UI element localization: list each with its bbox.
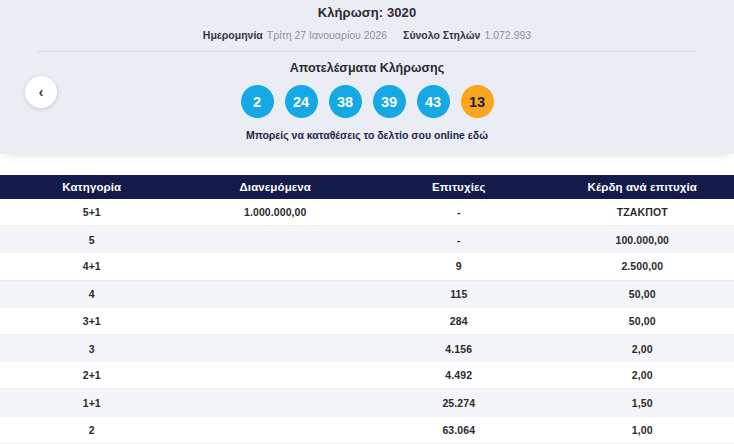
column-header: Επιτυχίες (367, 181, 551, 193)
draw-date-label: Ημερομηνία (203, 29, 263, 41)
table-cell: 9 (367, 260, 551, 272)
table-cell: 100.000,00 (551, 234, 734, 246)
previous-draw-button[interactable]: ‹ (25, 76, 57, 108)
table-cell: 2,00 (551, 369, 734, 381)
table-row: 411550,00 (0, 281, 734, 308)
table-cell: 4 (0, 288, 184, 300)
table-cell: 2 (0, 424, 184, 436)
winning-number-ball: 2 (241, 85, 274, 118)
draw-meta: Ημερομηνία Τρίτη 27 Ιανουαρίου 2026 Σύνο… (0, 29, 734, 41)
table-cell: 4+1 (0, 260, 184, 272)
table-cell: 5 (0, 234, 184, 246)
table-row: 2+14.4922,00 (0, 362, 734, 389)
total-columns: Σύνολο Στηλών 1.072.993 (403, 29, 531, 41)
table-cell: 1.000.000,00 (184, 206, 368, 218)
table-cell: 1,50 (551, 397, 734, 409)
table-cell: 50,00 (551, 315, 734, 327)
chevron-left-icon: ‹ (39, 84, 44, 100)
table-cell: 50,00 (551, 288, 734, 300)
prize-table-header-row: ΚατηγορίαΔιανεμόμεναΕπιτυχίεςΚέρδη ανά ε… (0, 175, 734, 199)
table-cell: 2,00 (551, 343, 734, 355)
total-columns-label: Σύνολο Στηλών (403, 29, 480, 41)
table-cell: 63.064 (367, 424, 551, 436)
table-row: 4+192.500,00 (0, 253, 734, 280)
table-cell: 3+1 (0, 315, 184, 327)
table-row: 5-100.000,00 (0, 226, 734, 253)
draw-title: Κλήρωση: 3020 (0, 5, 734, 20)
winning-number-ball: 43 (417, 85, 450, 118)
joker-number-ball: 13 (461, 85, 494, 118)
table-row: 34.1562,00 (0, 335, 734, 362)
table-cell: 1+1 (0, 397, 184, 409)
results-title: Αποτελέσματα Κλήρωσης (0, 61, 734, 75)
winning-number-ball: 39 (373, 85, 406, 118)
table-cell: - (367, 234, 551, 246)
total-columns-value: 1.072.993 (484, 29, 531, 41)
table-cell: 115 (367, 288, 551, 300)
table-row: 263.0641,00 (0, 417, 734, 444)
table-cell: ΤΖΑΚΠΟΤ (551, 206, 734, 218)
draw-results-section: Κλήρωση: 3020 Ημερομηνία Τρίτη 27 Ιανουα… (0, 0, 734, 154)
table-cell: - (367, 206, 551, 218)
draw-date-value: Τρίτη 27 Ιανουαρίου 2026 (267, 29, 387, 41)
section-divider (38, 51, 696, 52)
table-cell: 2+1 (0, 369, 184, 381)
table-row: 5+11.000.000,00-ΤΖΑΚΠΟΤ (0, 199, 734, 226)
table-cell: 1,00 (551, 424, 734, 436)
numbers-row: 22438394313 (0, 85, 734, 118)
table-body: 5+11.000.000,00-ΤΖΑΚΠΟΤ5-100.000,004+192… (0, 199, 734, 444)
table-cell: 4.492 (367, 369, 551, 381)
table-cell: 2.500,00 (551, 260, 734, 272)
submit-slip-online-link[interactable]: Μπορείς να καταθέσεις το δελτίο σου onli… (0, 129, 734, 141)
table-cell: 5+1 (0, 206, 184, 218)
column-header: Διανεμόμενα (184, 181, 368, 193)
winning-number-ball: 38 (329, 85, 362, 118)
winning-number-ball: 24 (285, 85, 318, 118)
table-cell: 25.274 (367, 397, 551, 409)
table-cell: 4.156 (367, 343, 551, 355)
column-header: Κατηγορία (0, 181, 184, 193)
table-row: 1+125.2741,50 (0, 389, 734, 416)
column-header: Κέρδη ανά επιτυχία (551, 181, 734, 193)
draw-date: Ημερομηνία Τρίτη 27 Ιανουαρίου 2026 (203, 29, 387, 41)
table-row: 3+128450,00 (0, 308, 734, 335)
table-cell: 284 (367, 315, 551, 327)
table-cell: 3 (0, 343, 184, 355)
prize-table: ΚατηγορίαΔιανεμόμεναΕπιτυχίεςΚέρδη ανά ε… (0, 175, 734, 444)
